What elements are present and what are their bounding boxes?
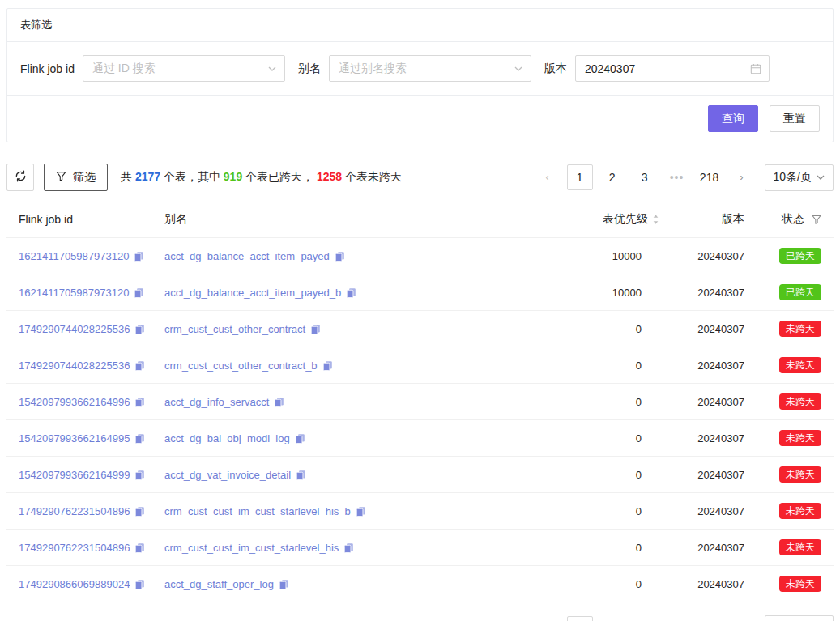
page-button-2[interactable]: 2: [599, 164, 625, 190]
copy-icon[interactable]: [322, 360, 333, 371]
priority-value: 0: [554, 542, 659, 554]
priority-value: 0: [554, 505, 659, 517]
copy-icon[interactable]: [134, 360, 145, 371]
copy-icon[interactable]: [134, 324, 145, 334]
filter-button-label: 筛选: [73, 170, 96, 185]
copy-icon[interactable]: [356, 506, 366, 517]
filter-row: Flink job id 通过 ID 搜索 别名 通过别名搜索: [7, 42, 833, 95]
version-value: 20240307: [659, 359, 744, 372]
status-badge: 未跨天: [779, 393, 821, 410]
filter-actions: 查询 重置: [7, 95, 833, 142]
flink-job-id-filter: Flink job id 通过 ID 搜索: [20, 55, 285, 82]
version-label: 版本: [544, 62, 567, 76]
copy-icon[interactable]: [134, 579, 145, 589]
sort-icon[interactable]: [652, 214, 659, 225]
table-row: 1749290744028225536 crm_cust_cust_other_…: [6, 311, 834, 347]
copy-icon[interactable]: [134, 433, 145, 444]
table-row: 1749290866069889024 acct_dg_staff_oper_l…: [6, 566, 834, 602]
alias-link[interactable]: acct_dg_balance_acct_item_payed_b: [164, 287, 341, 299]
alias-link[interactable]: acct_dg_balance_acct_item_payed: [164, 250, 330, 262]
filter-button[interactable]: 筛选: [44, 164, 108, 191]
priority-value: 0: [554, 432, 659, 444]
flink-job-id-link[interactable]: 1621411705987973120: [19, 287, 129, 299]
page-size-select[interactable]: 10条/页: [765, 164, 834, 191]
flink-job-id-link[interactable]: 1749290744028225536: [19, 359, 130, 372]
status-header-label: 状态: [782, 212, 804, 227]
priority-header-label: 表优先级: [603, 212, 648, 227]
flink-job-id-select[interactable]: 通过 ID 搜索: [83, 55, 285, 82]
flink-job-id-link[interactable]: 1749290866069889024: [19, 578, 130, 590]
copy-icon[interactable]: [134, 506, 145, 517]
next-page-button[interactable]: ›: [729, 616, 755, 621]
status-badge: 未跨天: [779, 430, 821, 446]
column-filter-icon[interactable]: [812, 215, 821, 224]
priority-value: 10000: [554, 287, 659, 299]
page-button-last[interactable]: 218: [697, 616, 723, 621]
alias-link[interactable]: acct_dg_info_servacct: [164, 396, 269, 408]
copy-icon[interactable]: [310, 324, 321, 334]
next-page-button[interactable]: ›: [729, 164, 755, 190]
copy-icon[interactable]: [343, 542, 354, 553]
copy-icon[interactable]: [279, 579, 289, 589]
copy-icon[interactable]: [346, 287, 356, 298]
flink-job-id-link[interactable]: 1621411705987973120: [19, 250, 129, 262]
refresh-button[interactable]: [6, 164, 34, 191]
column-header-status: 状态: [744, 212, 834, 227]
table-row: 1542097993662164995 acct_dg_bal_obj_modi…: [6, 420, 834, 457]
summary-mid1: 个表，其中: [160, 170, 224, 183]
page-ellipsis[interactable]: •••: [664, 616, 690, 621]
flink-job-id-link[interactable]: 1542097993662164999: [19, 469, 130, 481]
copy-icon[interactable]: [134, 397, 145, 407]
page-button-2[interactable]: 2: [599, 616, 625, 621]
alias-link[interactable]: crm_cust_cust_im_cust_starlevel_his: [164, 542, 339, 554]
column-header-flink-job-id: Flink job id: [6, 213, 164, 226]
version-date-input[interactable]: [585, 62, 744, 75]
alias-select[interactable]: 通过别名搜索: [329, 55, 531, 82]
chevron-down-icon: [514, 64, 523, 74]
priority-value: 10000: [554, 250, 659, 262]
copy-icon[interactable]: [335, 251, 345, 262]
page-button-1[interactable]: 1: [567, 616, 593, 621]
priority-value: 0: [554, 578, 659, 590]
alias-link[interactable]: crm_cust_cust_im_cust_starlevel_his_b: [164, 505, 351, 517]
results-table: Flink job id 别名 表优先级 版本 状态 1621411705987…: [6, 201, 834, 602]
copy-icon[interactable]: [134, 542, 145, 553]
priority-value: 0: [554, 323, 659, 335]
copy-icon[interactable]: [295, 433, 305, 444]
page-ellipsis[interactable]: •••: [664, 164, 690, 190]
flink-job-id-link[interactable]: 1749290744028225536: [19, 323, 130, 335]
alias-link[interactable]: acct_dg_staff_oper_log: [164, 578, 274, 590]
column-header-priority[interactable]: 表优先级: [554, 212, 659, 227]
page-button-3[interactable]: 3: [632, 164, 658, 190]
version-value: 20240307: [659, 287, 744, 299]
page-size-select[interactable]: 10条/页: [765, 615, 834, 621]
alias-link[interactable]: crm_cust_cust_other_contract: [164, 323, 305, 335]
alias-placeholder: 通过别名搜索: [339, 62, 407, 76]
flink-job-id-link[interactable]: 1542097993662164996: [19, 396, 130, 408]
copy-icon[interactable]: [134, 470, 145, 480]
priority-value: 0: [554, 396, 659, 408]
page-button-last[interactable]: 218: [697, 164, 723, 190]
table-row: 1749290762231504896 crm_cust_cust_im_cus…: [6, 493, 834, 530]
prev-page-button[interactable]: ‹: [535, 616, 561, 621]
query-button[interactable]: 查询: [708, 105, 758, 132]
copy-icon[interactable]: [134, 251, 144, 262]
page-button-1[interactable]: 1: [567, 164, 593, 190]
toolbar: 筛选 共 2177 个表，其中 919 个表已跨天， 1258 个表未跨天 ‹ …: [6, 164, 834, 191]
flink-job-id-link[interactable]: 1542097993662164995: [19, 432, 130, 444]
priority-value: 0: [554, 469, 659, 481]
alias-link[interactable]: acct_dg_vat_invoice_detail: [164, 469, 291, 481]
copy-icon[interactable]: [296, 470, 306, 480]
version-date-picker[interactable]: [575, 55, 770, 82]
table-row: 1749290762231504896 crm_cust_cust_im_cus…: [6, 530, 834, 566]
flink-job-id-link[interactable]: 1749290762231504896: [19, 542, 130, 554]
column-header-alias: 别名: [164, 212, 554, 227]
copy-icon[interactable]: [134, 287, 144, 298]
flink-job-id-link[interactable]: 1749290762231504896: [19, 505, 130, 517]
reset-button[interactable]: 重置: [770, 105, 820, 132]
alias-link[interactable]: crm_cust_cust_other_contract_b: [164, 359, 318, 372]
alias-link[interactable]: acct_dg_bal_obj_modi_log: [164, 432, 290, 444]
page-button-3[interactable]: 3: [632, 616, 658, 621]
prev-page-button[interactable]: ‹: [535, 164, 561, 190]
copy-icon[interactable]: [274, 397, 284, 407]
